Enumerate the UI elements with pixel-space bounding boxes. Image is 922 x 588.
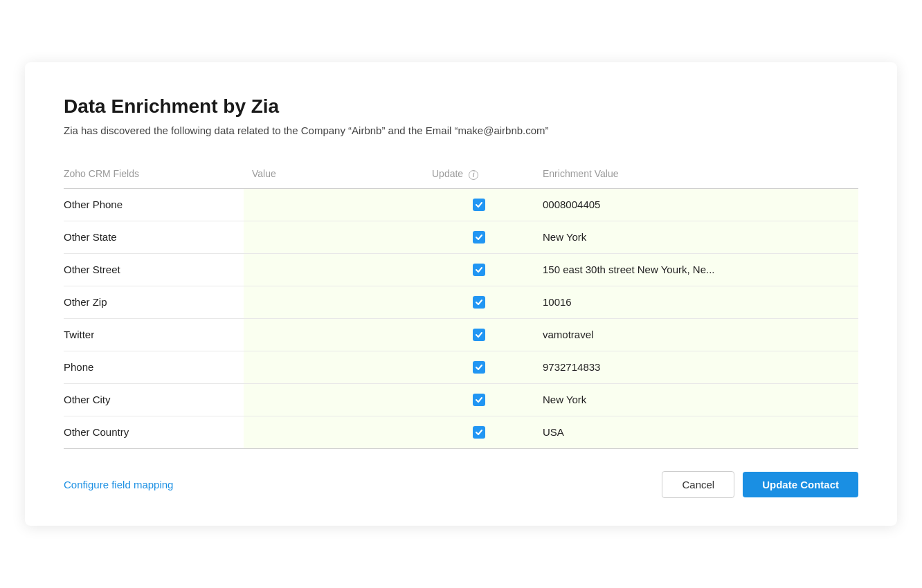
modal-container: Data Enrichment by Zia Zia has discovere… bbox=[25, 62, 897, 525]
update-checkbox[interactable] bbox=[473, 264, 485, 276]
table-header-row: Zoho CRM Fields Value Update i Enrichmen… bbox=[64, 161, 858, 188]
update-checkbox[interactable] bbox=[473, 394, 485, 406]
header-update: Update i bbox=[424, 161, 534, 188]
update-cell[interactable] bbox=[424, 221, 534, 253]
value-cell bbox=[244, 416, 424, 448]
value-cell bbox=[244, 351, 424, 383]
crm-field-cell: Other Phone bbox=[64, 188, 244, 221]
enrichment-value-cell: 9732714833 bbox=[534, 351, 858, 383]
enrichment-value-cell: vamotravel bbox=[534, 318, 858, 351]
header-crm-fields: Zoho CRM Fields bbox=[64, 161, 244, 188]
update-checkbox[interactable] bbox=[473, 231, 485, 244]
configure-field-mapping-link[interactable]: Configure field mapping bbox=[64, 479, 173, 490]
modal-title: Data Enrichment by Zia bbox=[64, 95, 858, 118]
header-value: Value bbox=[244, 161, 424, 188]
footer-buttons: Cancel Update Contact bbox=[662, 471, 858, 498]
header-enrichment-value: Enrichment Value bbox=[534, 161, 858, 188]
update-checkbox[interactable] bbox=[473, 426, 485, 439]
enrichment-table: Zoho CRM Fields Value Update i Enrichmen… bbox=[64, 161, 858, 448]
info-icon: i bbox=[469, 170, 478, 180]
table-row: Phone 9732714833 bbox=[64, 351, 858, 383]
table-row: Other Phone 0008004405 bbox=[64, 188, 858, 221]
update-checkbox[interactable] bbox=[473, 329, 485, 341]
table-row: Other State New York bbox=[64, 221, 858, 253]
update-checkbox[interactable] bbox=[473, 296, 485, 309]
table-row: Twitter vamotravel bbox=[64, 318, 858, 351]
enrichment-value-cell: New York bbox=[534, 221, 858, 253]
crm-field-cell: Other Zip bbox=[64, 286, 244, 318]
cancel-button[interactable]: Cancel bbox=[662, 471, 734, 498]
crm-field-cell: Other Country bbox=[64, 416, 244, 448]
enrichment-value-cell: 0008004405 bbox=[534, 188, 858, 221]
update-cell[interactable] bbox=[424, 318, 534, 351]
crm-field-cell: Other State bbox=[64, 221, 244, 253]
table-row: Other City New York bbox=[64, 383, 858, 416]
crm-field-cell: Other Street bbox=[64, 253, 244, 286]
update-checkbox[interactable] bbox=[473, 361, 485, 374]
value-cell bbox=[244, 286, 424, 318]
table-row: Other Street 150 east 30th street New Yo… bbox=[64, 253, 858, 286]
enrichment-value-cell: USA bbox=[534, 416, 858, 448]
update-cell[interactable] bbox=[424, 253, 534, 286]
update-cell[interactable] bbox=[424, 383, 534, 416]
value-cell bbox=[244, 188, 424, 221]
value-cell bbox=[244, 318, 424, 351]
update-cell[interactable] bbox=[424, 351, 534, 383]
value-cell bbox=[244, 253, 424, 286]
enrichment-value-cell: 150 east 30th street New Yourk, Ne... bbox=[534, 253, 858, 286]
footer: Configure field mapping Cancel Update Co… bbox=[64, 471, 858, 498]
crm-field-cell: Other City bbox=[64, 383, 244, 416]
crm-field-cell: Twitter bbox=[64, 318, 244, 351]
value-cell bbox=[244, 221, 424, 253]
table-row: Other Country USA bbox=[64, 416, 858, 448]
value-cell bbox=[244, 383, 424, 416]
crm-field-cell: Phone bbox=[64, 351, 244, 383]
enrichment-value-cell: New York bbox=[534, 383, 858, 416]
update-cell[interactable] bbox=[424, 416, 534, 448]
update-contact-button[interactable]: Update Contact bbox=[743, 472, 858, 497]
update-cell[interactable] bbox=[424, 188, 534, 221]
modal-subtitle: Zia has discovered the following data re… bbox=[64, 125, 858, 136]
enrichment-value-cell: 10016 bbox=[534, 286, 858, 318]
table-row: Other Zip 10016 bbox=[64, 286, 858, 318]
update-cell[interactable] bbox=[424, 286, 534, 318]
table-body: Other Phone 0008004405 Other State bbox=[64, 188, 858, 448]
update-checkbox[interactable] bbox=[473, 199, 485, 211]
